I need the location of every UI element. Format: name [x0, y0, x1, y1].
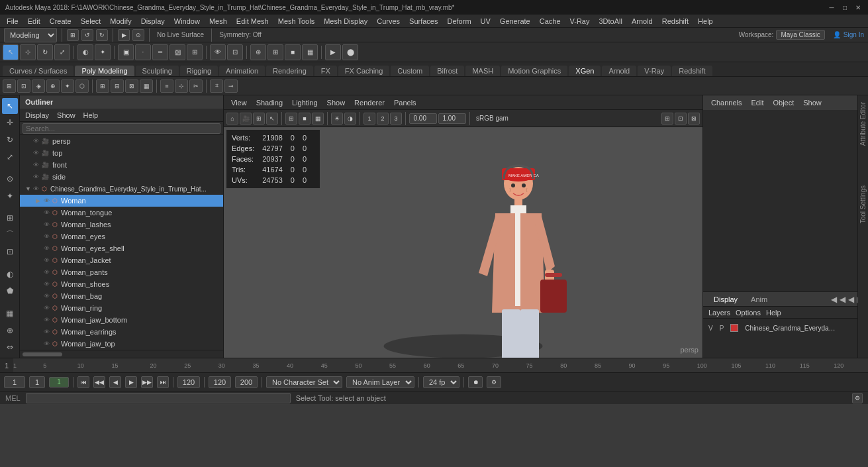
quick-sel-btn[interactable]: ▦ [2, 305, 18, 321]
menu-3dtoall[interactable]: 3DtoAll [595, 17, 626, 26]
poly-tool-2[interactable]: ⊡ [17, 79, 30, 93]
cb-object-menu[interactable]: Object [770, 98, 796, 107]
menu-modify[interactable]: Modify [106, 17, 135, 26]
outliner-show-menu[interactable]: Show [54, 111, 78, 120]
range-start-field[interactable] [4, 376, 25, 388]
help-subtab[interactable]: Help [763, 308, 784, 317]
soft-select-btn[interactable]: ◐ [77, 44, 93, 60]
isolate-btn[interactable]: ⊡ [227, 44, 243, 60]
current-frame-field[interactable] [29, 376, 45, 388]
select-mode-btn[interactable]: ↖ [3, 44, 19, 60]
poly-tool-4[interactable]: ⊕ [46, 79, 60, 93]
viewport-menu-view[interactable]: View [228, 98, 250, 107]
shaded-btn[interactable]: ■ [285, 44, 301, 60]
fps-dropdown[interactable]: 24 fps [423, 376, 459, 388]
tab-xgen[interactable]: XGen [569, 66, 601, 76]
play-forward-btn[interactable]: ▶ [125, 376, 137, 388]
redo-btn[interactable]: ↻ [96, 29, 108, 41]
layer-del-icon[interactable]: ◀ [840, 295, 845, 304]
viewport-menu-panels[interactable]: Panels [391, 98, 420, 107]
poly-tool-5[interactable]: ✦ [61, 79, 74, 93]
menu-arnold[interactable]: Arnold [628, 17, 657, 26]
obj-mode-btn[interactable]: ▣ [118, 44, 134, 60]
poly-tool-12[interactable]: ⊹ [175, 79, 188, 93]
sign-in-btn[interactable]: Sign In [844, 31, 864, 38]
poly-tool-9[interactable]: ⊠ [125, 79, 138, 93]
tab-mash[interactable]: MASH [465, 66, 500, 76]
anim-pref-btn[interactable]: ⚙ [487, 376, 501, 388]
poly-tool-3[interactable]: ◈ [32, 79, 45, 93]
auto-key-btn[interactable]: ⏺ [468, 376, 483, 388]
paint-select-btn[interactable]: ✦ [2, 188, 18, 204]
menu-uv[interactable]: UV [477, 17, 495, 26]
edge-mode-btn[interactable]: ━ [152, 44, 168, 60]
vp-field1[interactable] [409, 113, 437, 124]
display-tab[interactable]: Display [708, 295, 743, 303]
menu-create[interactable]: Create [46, 17, 75, 26]
move-tool-btn[interactable]: ✛ [2, 115, 18, 131]
anim-tab[interactable]: Anim [746, 295, 773, 303]
vp-high-quality[interactable]: 3 [390, 113, 402, 125]
tree-item-woman-jaw-bottom[interactable]: ▶ 👁 ⬡ Woman_jaw_bottom [20, 314, 223, 326]
character-set-dropdown[interactable]: No Character Set [266, 376, 342, 388]
layer-opt-icon[interactable]: ◀ [848, 295, 854, 304]
workspace-dropdown[interactable]: Maya Classic [776, 30, 824, 40]
mirror-btn[interactable]: ⇔ [2, 339, 18, 355]
tree-item-persp[interactable]: 👁 🎥 persp [20, 135, 223, 147]
vp-right-icon1[interactable]: ⊞ [661, 113, 673, 125]
tab-fx[interactable]: FX [314, 66, 337, 76]
menu-curves[interactable]: Curves [373, 17, 404, 26]
tab-rendering[interactable]: Rendering [266, 66, 313, 76]
poly-tool-7[interactable]: ⊞ [96, 79, 109, 93]
poly-tool-1[interactable]: ⊞ [3, 79, 16, 93]
cb-edit-menu[interactable]: Edit [748, 98, 766, 107]
module-selector[interactable]: Modeling [4, 28, 57, 42]
select-tool-btn[interactable]: ↖ [2, 98, 18, 114]
vp-textured-btn[interactable]: ▦ [312, 113, 324, 125]
scale-tool-btn[interactable]: ⤢ [54, 44, 70, 60]
menu-select[interactable]: Select [77, 17, 105, 26]
outliner-hscroll[interactable] [20, 350, 223, 358]
face-mode-btn[interactable]: ▨ [169, 44, 185, 60]
crease-btn[interactable]: ⊕ [2, 323, 18, 338]
menu-generate[interactable]: Generate [496, 17, 534, 26]
jump-end-btn[interactable]: ⏭ [157, 376, 169, 388]
menu-file[interactable]: File [3, 17, 23, 26]
viewport-menu-lighting[interactable]: Lighting [289, 98, 321, 107]
tree-item-woman[interactable]: ▶ 👁 ⬡ Woman [20, 195, 223, 207]
tree-item-woman-pants[interactable]: ▶ 👁 ⬡ Woman_pants [20, 266, 223, 278]
poly-tool-11[interactable]: ≡ [160, 79, 173, 93]
show-hide-btn[interactable]: 👁 [210, 44, 226, 60]
snap-to-grid-l-btn[interactable]: ⊞ [2, 210, 18, 226]
tree-item-woman-ring[interactable]: ▶ 👁 ⬡ Woman_ring [20, 302, 223, 314]
vp-wireframe-btn[interactable]: ⊞ [285, 113, 297, 125]
layers-subtab[interactable]: Layers [706, 308, 733, 317]
vp-shadow-btn[interactable]: ◑ [344, 113, 356, 125]
tree-item-front[interactable]: 👁 🎥 front [20, 159, 223, 171]
tab-arnold[interactable]: Arnold [602, 66, 636, 76]
vp-right-icon2[interactable]: ⊡ [675, 113, 687, 125]
play-back-btn[interactable]: ◀ [109, 376, 121, 388]
step-back-btn[interactable]: ◀◀ [93, 376, 105, 388]
render-btn[interactable]: ▶ [325, 44, 341, 60]
rotate-tool-btn[interactable]: ↻ [2, 132, 18, 148]
lasso-btn[interactable]: ⊙ [132, 29, 144, 41]
wireframe-btn[interactable]: ⊞ [267, 44, 283, 60]
menu-deform[interactable]: Deform [443, 17, 475, 26]
tree-item-woman-eyes-shell[interactable]: ▶ 👁 ⬡ Woman_eyes_shell [20, 242, 223, 254]
vp-home-btn[interactable]: ⌂ [226, 113, 238, 125]
close-button[interactable]: ✕ [853, 3, 863, 12]
tab-sculpting[interactable]: Sculpting [136, 66, 179, 76]
scale-tool-btn[interactable]: ⤢ [2, 149, 18, 165]
cb-show-menu[interactable]: Show [800, 98, 824, 107]
poly-tool-10[interactable]: ▦ [140, 79, 153, 93]
options-subtab[interactable]: Options [733, 308, 763, 317]
paint-btn[interactable]: ✦ [95, 44, 111, 60]
poly-tool-8[interactable]: ⊟ [111, 79, 124, 93]
tree-item-side[interactable]: 👁 🎥 side [20, 171, 223, 183]
tab-fx-caching[interactable]: FX Caching [338, 66, 389, 76]
tree-item-chinese-grandma[interactable]: ▼ 👁 ⬡ Chinese_Grandma_Everyday_Style_in_… [20, 183, 223, 195]
cb-channels-menu[interactable]: Channels [708, 98, 744, 107]
tree-item-woman-jaw-top[interactable]: ▶ 👁 ⬡ Woman_jaw_top [20, 338, 223, 350]
menu-redshift[interactable]: Redshift [658, 17, 693, 26]
